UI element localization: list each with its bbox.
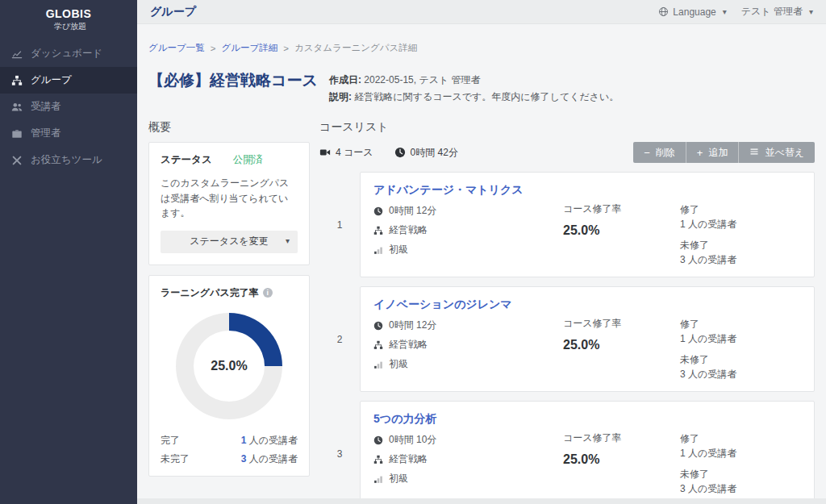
minus-icon	[644, 147, 650, 159]
sidebar-item-groups[interactable]: グループ	[0, 67, 137, 94]
description-line: 説明: 経営戦略に関するコースです。年度内に修了してください。	[329, 89, 815, 106]
add-label: 追加	[708, 146, 728, 160]
globe-icon	[658, 6, 669, 17]
footer-strip	[137, 498, 826, 504]
course-info: イノベーションのジレンマ 0時間 12分 経営戦略 初級	[373, 298, 563, 381]
not-done-label: 未修了	[680, 238, 801, 252]
not-done-label: 未修了	[680, 352, 801, 367]
course-category: 経営戦略	[373, 338, 563, 352]
users-icon	[11, 102, 23, 113]
sidebar-item-learners[interactable]: 受講者	[0, 94, 137, 120]
course-category-label: 経営戦略	[389, 223, 428, 237]
globis-logo: GLOBIS学び放題	[0, 0, 137, 40]
course-learners: 修了1 人の受講者 未修了3 人の受講者	[680, 412, 801, 496]
course-duration: 0時間 12分	[373, 319, 563, 332]
course-meta: 0時間 12分 経営戦略 初級	[373, 319, 563, 371]
course-duration: 0時間 12分	[373, 204, 563, 218]
not-done-count: 3 人の受講者	[680, 367, 801, 381]
user-menu[interactable]: テスト 管理者	[741, 5, 813, 19]
course-card: 5つの力分析 0時間 10分 経営戦略 初級 コース修了率 25.0%	[360, 401, 815, 504]
title-row: 【必修】経営戦略コース 作成日: 2022-05-15, テスト 管理者 説明:…	[148, 70, 815, 106]
completion-title: ラーニングパス完了率	[161, 286, 259, 300]
course-number: 1	[319, 172, 360, 277]
course-duration-label: 0時間 10分	[389, 433, 436, 447]
overview-heading: 概要	[148, 120, 310, 135]
change-status-button[interactable]: ステータスを変更	[161, 231, 298, 253]
tools-icon	[11, 155, 23, 166]
course-list-heading: コースリスト	[319, 120, 815, 135]
breadcrumb-group-detail[interactable]: グループ詳細	[222, 42, 278, 54]
category-icon	[373, 226, 383, 235]
created-line: 作成日: 2022-05-15, テスト 管理者	[329, 72, 815, 89]
breadcrumb-group-list[interactable]: グループ一覧	[148, 42, 205, 54]
user-label: テスト 管理者	[741, 5, 803, 19]
rate-value: 25.0%	[563, 338, 680, 352]
level-icon	[373, 474, 383, 484]
course-number: 3	[319, 401, 360, 504]
status-note: このカスタムラーニングパスは受講者へ割り当てられています。	[161, 176, 298, 221]
course-title-link[interactable]: アドバンテージ・マトリクス	[373, 183, 524, 198]
legend-suffix: 人の受講者	[246, 453, 298, 464]
course-category: 経営戦略	[373, 452, 563, 466]
course-meta: 0時間 12分 経営戦略 初級	[373, 204, 563, 256]
done-block: 修了1 人の受講者	[680, 317, 801, 346]
sort-icon	[749, 147, 759, 159]
course-title-link[interactable]: イノベーションのジレンマ	[373, 298, 512, 312]
language-menu[interactable]: Language	[658, 6, 726, 18]
course-actions: 削除 追加 並べ替え	[633, 142, 815, 163]
add-button[interactable]: 追加	[686, 142, 739, 163]
course-duration: 0時間 10分	[373, 433, 563, 447]
breadcrumb: グループ一覧 > グループ詳細 > カスタムラーニングパス詳細	[148, 42, 815, 54]
total-duration-label: 0時間 42分	[411, 146, 458, 160]
course-level-label: 初級	[389, 357, 408, 371]
course-count-label: 4 コース	[336, 146, 373, 160]
category-icon	[373, 455, 383, 464]
sidebar-nav: ダッシュボード グループ 受講者 管理者 お役立ちツール	[0, 40, 137, 173]
category-icon	[373, 340, 383, 350]
content: グループ一覧 > グループ詳細 > カスタムラーニングパス詳細 【必修】経営戦略…	[137, 24, 826, 504]
plus-icon	[697, 147, 703, 159]
info-icon[interactable]: i	[263, 288, 273, 298]
topbar-title: グループ	[150, 5, 196, 19]
legend-label: 未完了	[161, 452, 190, 466]
course-level: 初級	[373, 357, 563, 371]
course-category: 経営戦略	[373, 223, 563, 237]
course-title-link[interactable]: 5つの力分析	[373, 412, 436, 427]
donut-center-label: 25.0%	[211, 359, 247, 373]
legend-value: 3 人の受講者	[241, 452, 298, 466]
course-rate: コース修了率 25.0%	[563, 183, 680, 267]
course-list-meta: 4 コース 0時間 42分 削除 追加 並べ替え	[319, 142, 815, 163]
page-title: 【必修】経営戦略コース	[148, 70, 319, 91]
breadcrumb-separator: >	[211, 44, 216, 53]
sidebar-item-label: グループ	[31, 73, 72, 87]
clock-icon	[373, 435, 383, 445]
legend-value: 1 人の受講者	[241, 434, 298, 448]
sort-label: 並べ替え	[765, 146, 804, 160]
course-row: 1 アドバンテージ・マトリクス 0時間 12分 経営戦略 初級 コース修了率	[319, 172, 815, 277]
status-badge: 公開済	[233, 153, 264, 167]
sidebar-item-label: 受講者	[31, 100, 61, 114]
sidebar-item-tools[interactable]: お役立ちツール	[0, 147, 137, 173]
rate-value: 25.0%	[563, 452, 680, 467]
done-count: 1 人の受講者	[680, 217, 801, 231]
delete-button[interactable]: 削除	[633, 142, 686, 163]
legend-suffix: 人の受講者	[246, 435, 298, 446]
created-label: 作成日:	[329, 74, 361, 85]
columns: 概要 ステータス 公開済 このカスタムラーニングパスは受講者へ割り当てられていま…	[148, 120, 815, 504]
language-label: Language	[673, 6, 715, 18]
created-value: 2022-05-15, テスト 管理者	[364, 74, 480, 85]
course-duration-label: 0時間 12分	[389, 204, 436, 218]
course-category-label: 経営戦略	[389, 452, 428, 466]
topbar: グループ Language テスト 管理者	[137, 0, 826, 24]
level-icon	[373, 245, 383, 255]
sidebar-item-dashboard[interactable]: ダッシュボード	[0, 40, 137, 67]
done-label: 修了	[680, 431, 801, 446]
course-row: 2 イノベーションのジレンマ 0時間 12分 経営戦略 初級 コース修了率	[319, 286, 815, 392]
breadcrumb-separator: >	[283, 44, 289, 53]
sort-button[interactable]: 並べ替え	[738, 142, 815, 163]
course-info: 5つの力分析 0時間 10分 経営戦略 初級	[373, 412, 563, 496]
course-count-chip: 4 コース	[319, 146, 373, 160]
sidebar-item-admins[interactable]: 管理者	[0, 120, 137, 147]
description-value: 経営戦略に関するコースです。年度内に修了してください。	[354, 91, 619, 102]
course-learners: 修了1 人の受講者 未修了3 人の受講者	[680, 183, 801, 267]
